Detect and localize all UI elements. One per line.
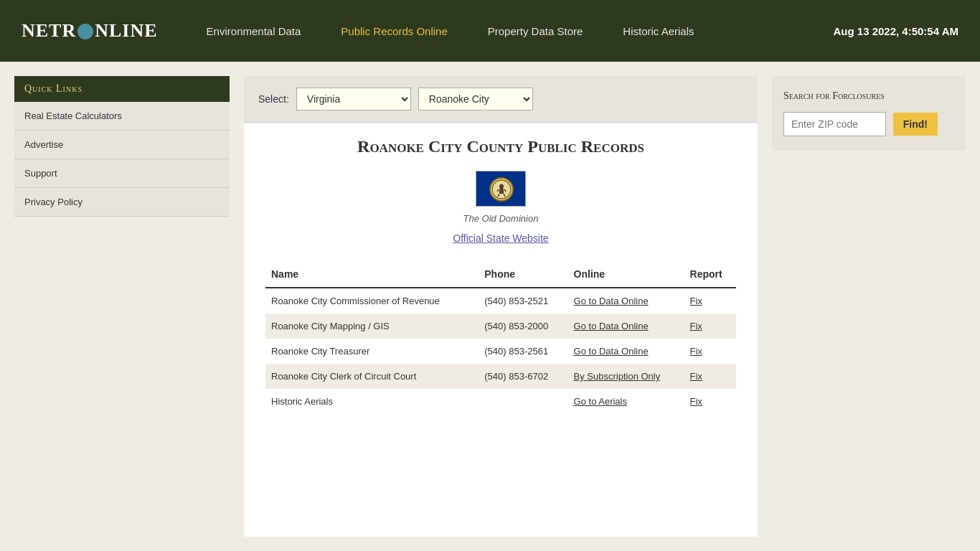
col-header-report: Report: [684, 261, 736, 288]
cell-report[interactable]: Fix: [684, 314, 736, 339]
cell-online[interactable]: By Subscription Only: [568, 364, 684, 389]
cell-report[interactable]: Fix: [684, 288, 736, 314]
state-flag-area: The Old Dominion: [265, 171, 736, 224]
table-row: Historic AerialsGo to AerialsFix: [265, 389, 736, 414]
table-header-row: NamePhoneOnlineReport: [265, 261, 736, 288]
cell-online[interactable]: Go to Data Online: [568, 314, 684, 339]
report-link[interactable]: Fix: [690, 396, 702, 407]
main-container: Quick Links Real Estate CalculatorsAdver…: [0, 62, 980, 551]
sidebar-item-privacy[interactable]: Privacy Policy: [14, 188, 230, 217]
nav-item-environmental[interactable]: Environmental Data: [187, 0, 321, 62]
nav-item-public-records[interactable]: Public Records Online: [321, 0, 467, 62]
records-table: NamePhoneOnlineReport Roanoke City Commi…: [265, 261, 736, 414]
table-row: Roanoke City Treasurer(540) 853-2561Go t…: [265, 339, 736, 364]
sidebar-item-support[interactable]: Support: [14, 159, 230, 188]
cell-report[interactable]: Fix: [684, 389, 736, 414]
online-link[interactable]: By Subscription Only: [574, 371, 661, 382]
report-link[interactable]: Fix: [690, 296, 702, 306]
cell-phone: (540) 853-2521: [479, 288, 567, 314]
report-link[interactable]: Fix: [690, 346, 702, 357]
svg-rect-2: [499, 189, 504, 194]
sidebar-item-advertise[interactable]: Advertise: [14, 131, 230, 159]
state-nickname: The Old Dominion: [265, 213, 736, 224]
globe-icon: [77, 24, 93, 39]
cell-name: Roanoke City Clerk of Circuit Court: [265, 364, 479, 389]
report-link[interactable]: Fix: [690, 371, 702, 382]
cell-name: Roanoke City Treasurer: [265, 339, 479, 364]
official-website-link[interactable]: Official State Website: [265, 232, 736, 244]
foreclosure-title: Search for Forclosures: [783, 90, 954, 102]
foreclosure-box: Search for Forclosures Find!: [772, 76, 966, 151]
page-title: Roanoke City County Public Records: [265, 137, 736, 156]
col-header-online: Online: [568, 261, 684, 288]
online-link[interactable]: Go to Data Online: [574, 321, 649, 331]
table-row: Roanoke City Mapping / GIS(540) 853-2000…: [265, 314, 736, 339]
col-header-name: Name: [265, 261, 479, 288]
cell-online[interactable]: Go to Data Online: [568, 339, 684, 364]
datetime: Aug 13 2022, 4:50:54 AM: [833, 25, 958, 37]
right-sidebar: Search for Forclosures Find!: [772, 76, 966, 537]
cell-online[interactable]: Go to Data Online: [568, 288, 684, 314]
nav-item-historic-aerials[interactable]: Historic Aerials: [603, 0, 714, 62]
main-nav: Environmental DataPublic Records OnlineP…: [187, 0, 834, 62]
cell-report[interactable]: Fix: [684, 364, 736, 389]
content-area: Select: Virginia Roanoke City Roanoke Ci…: [244, 76, 758, 537]
table-row: Roanoke City Clerk of Circuit Court(540)…: [265, 364, 736, 389]
header: NETRNLINE Environmental DataPublic Recor…: [0, 0, 980, 62]
cell-online[interactable]: Go to Aerials: [568, 389, 684, 414]
online-link[interactable]: Go to Aerials: [574, 396, 627, 407]
find-button[interactable]: Find!: [893, 113, 938, 136]
nav-item-property-data[interactable]: Property Data Store: [468, 0, 603, 62]
state-seal: [489, 177, 514, 202]
cell-name: Historic Aerials: [265, 389, 479, 414]
foreclosure-search: Find!: [783, 112, 954, 136]
online-link[interactable]: Go to Data Online: [574, 346, 649, 357]
cell-phone: (540) 853-6702: [479, 364, 567, 389]
sidebar-item-real-estate[interactable]: Real Estate Calculators: [14, 102, 230, 131]
col-header-phone: Phone: [479, 261, 567, 288]
cell-name: Roanoke City Mapping / GIS: [265, 314, 479, 339]
svg-point-1: [499, 184, 504, 189]
quick-links-header: Quick Links: [14, 76, 230, 102]
sidebar: Quick Links Real Estate CalculatorsAdver…: [14, 76, 230, 537]
state-select[interactable]: Virginia: [296, 88, 411, 110]
page-content: Roanoke City County Public Records: [244, 123, 758, 428]
report-link[interactable]: Fix: [690, 321, 702, 331]
online-link[interactable]: Go to Data Online: [574, 296, 649, 306]
county-select[interactable]: Roanoke City: [418, 88, 533, 110]
cell-phone: (540) 853-2000: [479, 314, 567, 339]
state-flag: [476, 171, 526, 207]
cell-name: Roanoke City Commissioner of Revenue: [265, 288, 479, 314]
table-row: Roanoke City Commissioner of Revenue(540…: [265, 288, 736, 314]
logo-area: NETRNLINE: [22, 20, 158, 42]
cell-report[interactable]: Fix: [684, 339, 736, 364]
table-body: Roanoke City Commissioner of Revenue(540…: [265, 288, 736, 414]
cell-phone: (540) 853-2561: [479, 339, 567, 364]
cell-phone: [479, 389, 567, 414]
logo[interactable]: NETRNLINE: [22, 20, 158, 42]
zip-input[interactable]: [783, 112, 886, 136]
sidebar-links: Real Estate CalculatorsAdvertiseSupportP…: [14, 102, 230, 217]
select-label: Select:: [258, 93, 289, 105]
select-bar: Select: Virginia Roanoke City: [244, 76, 758, 123]
